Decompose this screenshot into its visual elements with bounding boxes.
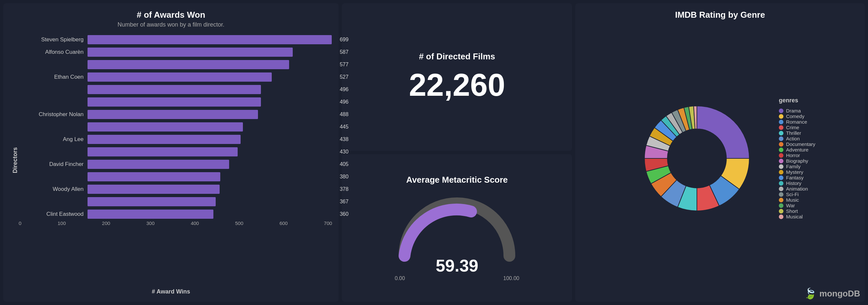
- awards-panel: # of Awards Won Number of awards won by …: [3, 3, 339, 302]
- x-tick: 400: [191, 220, 199, 287]
- bar-label: Ethan Coen: [19, 74, 88, 80]
- gauge-max: 100.00: [503, 275, 519, 281]
- x-tick: 700: [324, 220, 332, 287]
- x-tick: 500: [235, 220, 243, 287]
- legend-label: Comedy: [786, 114, 804, 119]
- bar-row: 577: [19, 58, 332, 71]
- bar-label: Christopher Nolan: [19, 111, 88, 118]
- legend-dot: [779, 159, 783, 163]
- donut-svg: [625, 86, 769, 231]
- bar-fill: [88, 48, 293, 57]
- donut-segment: [697, 106, 749, 158]
- legend-item: Musical: [779, 214, 815, 219]
- bar-fill: [88, 110, 258, 119]
- bar-value: 430: [340, 149, 348, 155]
- bar-label: Ang Lee: [19, 136, 88, 143]
- legend-item: Biography: [779, 158, 815, 164]
- bar-label: Alfonso Cuarèn: [19, 49, 88, 55]
- bar-label: Clint Eastwood: [19, 211, 88, 217]
- legend-dot: [779, 148, 783, 152]
- bar-row: Steven Spielberg699: [19, 33, 332, 46]
- x-tick: 100: [58, 220, 66, 287]
- bar-value: 699: [340, 37, 348, 43]
- bar-row: 496: [19, 96, 332, 108]
- bar-track: 378: [88, 185, 332, 194]
- bar-value: 438: [340, 136, 348, 142]
- bar-label: Steven Spielberg: [19, 36, 88, 43]
- legend-label: Action: [786, 136, 800, 141]
- legend-label: Biography: [786, 158, 808, 164]
- gauge-labels: 0.00 100.00: [395, 275, 519, 281]
- legend-label: Family: [786, 164, 801, 169]
- legend-dot: [779, 131, 783, 135]
- legend-label: Animation: [786, 186, 808, 191]
- legend-item: Mystery: [779, 169, 815, 175]
- legend-label: War: [786, 203, 795, 208]
- bar-label: Woody Allen: [19, 186, 88, 192]
- legend-dot: [779, 209, 783, 214]
- bar-row: Woody Allen378: [19, 183, 332, 195]
- bar-value: 367: [340, 199, 348, 205]
- bar-row: Clint Eastwood360: [19, 208, 332, 220]
- legend-item: Action: [779, 136, 815, 141]
- directed-films-panel: # of Directed Films 22,260: [342, 3, 572, 151]
- bar-fill: [88, 160, 229, 169]
- bar-row: 445: [19, 121, 332, 133]
- bar-track: 360: [88, 210, 332, 219]
- legend-item: Drama: [779, 108, 815, 114]
- legend-dot: [779, 192, 783, 197]
- x-tick: 300: [146, 220, 154, 287]
- legend-item: Fantasy: [779, 175, 815, 180]
- legend-item: Documentary: [779, 141, 815, 147]
- bar-track: 496: [88, 85, 332, 94]
- bar-track: 405: [88, 160, 332, 169]
- legend-label: Musical: [786, 214, 803, 219]
- directed-films-title: # of Directed Films: [419, 52, 495, 62]
- bar-fill: [88, 185, 220, 194]
- bar-track: 367: [88, 197, 332, 206]
- legend-dot: [779, 164, 783, 169]
- bar-fill: [88, 122, 243, 131]
- legend-item: Animation: [779, 186, 815, 191]
- legend-dot: [779, 142, 783, 147]
- legend-label: History: [786, 180, 802, 186]
- legend-label: Drama: [786, 108, 801, 114]
- legend-dot: [779, 176, 783, 180]
- bar-row: 430: [19, 146, 332, 158]
- legend-dot: [779, 114, 783, 119]
- bar-value: 587: [340, 49, 348, 55]
- bar-track: 438: [88, 135, 332, 144]
- bar-value: 378: [340, 186, 348, 192]
- legend-label: Sci-Fi: [786, 191, 799, 197]
- mongo-leaf-icon: 🍃: [804, 287, 817, 300]
- legend-dot: [779, 136, 783, 141]
- legend-item: Sci-Fi: [779, 191, 815, 197]
- bar-fill: [88, 210, 213, 219]
- bar-value: 405: [340, 161, 348, 167]
- metacritic-panel: Average Metacritic Score 59.39 0.00 100.…: [342, 154, 572, 302]
- bar-fill: [88, 72, 272, 82]
- legend-dot: [779, 125, 783, 130]
- bar-value: 496: [340, 99, 348, 105]
- bar-chart: Directors Steven Spielberg699Alfonso Cua…: [10, 33, 332, 295]
- bar-row: 367: [19, 195, 332, 208]
- gauge-chart: [395, 193, 519, 266]
- legend-dot: [779, 170, 783, 175]
- bars-area: Steven Spielberg699Alfonso Cuarèn587577E…: [19, 33, 332, 220]
- legend-label: Mystery: [786, 169, 803, 175]
- genre-legend: genres DramaComedyRomanceCrimeThrillerAc…: [779, 97, 815, 219]
- bar-track: 587: [88, 48, 332, 57]
- bar-row: Alfonso Cuarèn587: [19, 46, 332, 58]
- legend-item: Horror: [779, 152, 815, 158]
- bar-fill: [88, 197, 216, 206]
- bar-track: 488: [88, 110, 332, 119]
- mongodb-label: mongoDB: [819, 288, 860, 299]
- genre-title: IMDB Rating by Genre: [582, 10, 858, 20]
- legend-item: Romance: [779, 119, 815, 125]
- bar-label: David Fincher: [19, 161, 88, 167]
- legend-dot: [779, 187, 783, 191]
- bar-fill: [88, 147, 238, 156]
- bar-row: David Fincher405: [19, 158, 332, 171]
- legend-item: History: [779, 180, 815, 186]
- legend-dot: [779, 181, 783, 186]
